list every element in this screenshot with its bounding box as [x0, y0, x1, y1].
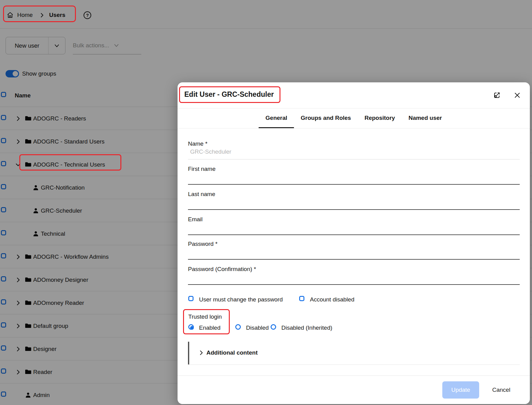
modal-checkbox[interactable] — [299, 296, 304, 301]
content-divider — [188, 364, 520, 365]
trusted-login-label: Trusted login — [188, 313, 222, 320]
field-underline — [188, 284, 520, 285]
radio-label: Disabled (Inherited) — [281, 324, 332, 332]
edit-user-dialog: Edit User - GRC-Scheduler GeneralGroups … — [178, 82, 530, 404]
dialog-title: Edit User - GRC-Scheduler — [184, 90, 274, 99]
tab-repository[interactable]: Repository — [358, 108, 402, 128]
additional-content-bar — [188, 342, 189, 364]
field-underline — [188, 259, 520, 260]
checkbox-row: User must change the passwordAccount dis… — [178, 296, 530, 303]
field-underline — [188, 159, 520, 159]
field-label: Name * — [188, 140, 207, 147]
radio-enabled[interactable] — [188, 324, 194, 330]
tab-named-user[interactable]: Named user — [402, 108, 449, 128]
close-icon[interactable] — [513, 91, 521, 99]
dialog-tabs: GeneralGroups and RolesRepositoryNamed u… — [178, 108, 530, 128]
expand-dialog-icon[interactable] — [493, 91, 501, 99]
field-underline — [188, 184, 520, 185]
field-label: First name — [188, 166, 216, 172]
checkbox-label: Account disabled — [310, 296, 354, 303]
form-field: Password (Confirmation) * — [188, 265, 520, 285]
field-label: Last name — [188, 191, 215, 198]
field-label: Password * — [188, 241, 217, 247]
field-label: Email — [188, 216, 203, 223]
field-input[interactable]: GRC-Scheduler — [190, 148, 231, 155]
form-field: Name *GRC-Scheduler — [188, 140, 520, 159]
radio-disabled--inherited-[interactable] — [271, 324, 276, 330]
tab-groups-and-roles[interactable]: Groups and Roles — [294, 108, 358, 128]
footer-divider — [178, 376, 530, 376]
field-underline — [188, 209, 520, 210]
update-button[interactable]: Update — [442, 381, 479, 399]
form-field: First name — [188, 165, 520, 185]
radio-disabled[interactable] — [235, 324, 241, 330]
users-admin-screen: Home Users ? New user Bulk actions... — [0, 0, 532, 405]
form-field: Email — [188, 215, 520, 235]
radio-label: Enabled — [199, 324, 221, 332]
form-field: Password * — [188, 240, 520, 260]
field-underline — [188, 234, 520, 235]
cancel-button[interactable]: Cancel — [486, 381, 517, 399]
radio-label: Disabled — [246, 324, 269, 332]
tab-general[interactable]: General — [259, 108, 294, 128]
field-label: Password (Confirmation) * — [188, 266, 256, 273]
form-field: Last name — [188, 190, 520, 210]
modal-checkbox[interactable] — [188, 296, 194, 301]
additional-content-toggle[interactable]: Additional content — [206, 349, 258, 356]
chevron-right-icon[interactable] — [198, 350, 204, 356]
trusted-login-options: EnabledDisabledDisabled (Inherited) — [178, 324, 530, 332]
checkbox-label: User must change the password — [199, 296, 283, 303]
radio-dot — [190, 326, 194, 330]
